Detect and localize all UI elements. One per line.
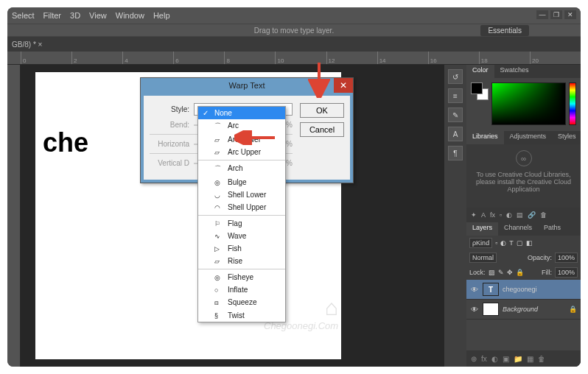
opacity-input[interactable]: 100%: [555, 253, 578, 263]
style-option-fish[interactable]: ▷Fish: [198, 242, 285, 255]
libraries-message: To use Creative Cloud Libraries, please …: [472, 171, 575, 193]
style-dropdown: None⌒Arc▱Arc Lower▱Arc Upper⌒Arch◎Bulge◡…: [197, 106, 286, 322]
style-option-fisheye[interactable]: ◎Fisheye: [198, 271, 285, 283]
collapsed-panels: ↺ ≡ ✎ A ¶: [444, 65, 466, 367]
document-tab[interactable]: GB/8) * ×: [12, 40, 42, 49]
style-option-arc[interactable]: ⌒Arc: [198, 119, 285, 133]
layers-tabs: Layers Channels Paths: [466, 222, 581, 236]
close-window-button[interactable]: ✕: [564, 10, 576, 19]
style-option-flag[interactable]: ⚐Flag: [198, 217, 285, 230]
style-option-bulge[interactable]: ◎Bulge: [198, 176, 285, 188]
color-field[interactable]: [491, 82, 566, 125]
style-option-wave[interactable]: ∿Wave: [198, 230, 285, 242]
right-panels: Color Swatches Libraries Adjustments Sty…: [466, 65, 581, 367]
app-window: Select Filter 3D View Window Help — ❐ ✕ …: [7, 7, 581, 367]
foreground-color[interactable]: [471, 82, 483, 94]
layer-row-text[interactable]: 👁 T chegoonegi: [466, 280, 581, 300]
tab-styles[interactable]: Styles: [552, 131, 581, 144]
dialog-titlebar[interactable]: Warp Text ✕: [141, 78, 353, 93]
tab-libraries[interactable]: Libraries: [466, 131, 504, 144]
style-option-shell-upper[interactable]: ◠Shell Upper: [198, 201, 285, 214]
layer-row-background[interactable]: 👁 Background 🔒: [466, 300, 581, 320]
tab-swatches[interactable]: Swatches: [494, 65, 535, 78]
bg-layer-thumb: [483, 303, 499, 316]
trash-icon[interactable]: 🗑: [540, 211, 547, 219]
tab-color[interactable]: Color: [466, 65, 494, 78]
libraries-panel: ∞ To use Creative Cloud Libraries, pleas…: [466, 144, 581, 208]
properties-icon[interactable]: ≡: [448, 88, 463, 103]
vertical-label: Vertical D: [150, 159, 189, 167]
creative-cloud-icon: ∞: [516, 150, 532, 166]
tab-layers[interactable]: Layers: [466, 222, 498, 236]
bend-label: Bend:: [150, 121, 189, 129]
layers-footer: ⊕fx◐▣📁▦🗑: [466, 350, 581, 367]
visibility-toggle[interactable]: 👁: [470, 285, 479, 294]
character-icon[interactable]: A: [448, 127, 463, 141]
filter-kind[interactable]: ρKind: [469, 238, 492, 248]
delete-layer-icon[interactable]: 🗑: [538, 355, 545, 363]
add-style-icon[interactable]: ✦: [471, 211, 477, 219]
maximize-button[interactable]: ❐: [550, 10, 562, 19]
style-option-twist[interactable]: §Twist: [198, 309, 285, 322]
close-icon[interactable]: ✕: [334, 78, 353, 93]
tab-adjustments[interactable]: Adjustments: [504, 131, 553, 144]
lock-icon: 🔒: [569, 306, 577, 313]
tab-channels[interactable]: Channels: [498, 222, 538, 236]
menu-select[interactable]: Select: [12, 11, 35, 20]
ok-button[interactable]: OK: [300, 103, 344, 118]
window-controls: — ❐ ✕: [536, 10, 576, 19]
paragraph-icon[interactable]: ¶: [448, 146, 463, 160]
menu-3d[interactable]: 3D: [70, 11, 80, 20]
minimize-button[interactable]: —: [536, 10, 548, 19]
menu-filter[interactable]: Filter: [43, 11, 61, 20]
menu-view[interactable]: View: [89, 11, 107, 20]
style-option-arch[interactable]: ⌒Arch: [198, 162, 285, 176]
text-layer[interactable]: che: [43, 127, 88, 158]
workspace-switcher[interactable]: Essentials: [480, 25, 529, 36]
style-option-squeeze[interactable]: ⧈Squeeze: [198, 296, 285, 309]
foreground-background-swatch[interactable]: [471, 82, 489, 100]
horizontal-label: Horizonta: [150, 140, 189, 148]
fill-input[interactable]: 100%: [555, 267, 578, 278]
style-option-none[interactable]: None: [198, 107, 285, 119]
style-option-arc-lower[interactable]: ▱Arc Lower: [198, 133, 285, 146]
history-icon[interactable]: ↺: [448, 69, 463, 84]
style-label: Style:: [150, 105, 189, 113]
layer-name[interactable]: chegoonegi: [503, 286, 537, 293]
style-option-rise[interactable]: ▱Rise: [198, 255, 285, 267]
hue-slider[interactable]: [569, 82, 576, 125]
brush-icon[interactable]: ✎: [448, 107, 463, 122]
blend-mode-select[interactable]: Normal: [469, 253, 497, 263]
layers-panel: ρKind ▫◐T▢◧ Normal Opacity: 100% Lock: ▨…: [466, 236, 581, 367]
style-option-inflate[interactable]: ○Inflate: [198, 283, 285, 296]
tab-paths[interactable]: Paths: [538, 222, 567, 236]
menubar: Select Filter 3D View Window Help — ❐ ✕: [7, 7, 581, 24]
menu-window[interactable]: Window: [116, 11, 144, 20]
libraries-tabs: Libraries Adjustments Styles: [466, 131, 581, 144]
menu-help[interactable]: Help: [153, 11, 170, 20]
color-panel-tabs: Color Swatches: [466, 65, 581, 78]
ruler-horizontal: 02468101214161820: [7, 52, 581, 65]
style-option-arc-upper[interactable]: ▱Arc Upper: [198, 146, 285, 158]
visibility-toggle[interactable]: 👁: [470, 305, 479, 314]
ruler-vertical: [7, 65, 21, 367]
cancel-button[interactable]: Cancel: [300, 122, 344, 137]
style-option-shell-lower[interactable]: ◡Shell Lower: [198, 188, 285, 201]
color-panel: [466, 78, 581, 131]
text-layer-thumb: T: [483, 283, 499, 296]
document-tab-bar: GB/8) * ×: [7, 37, 581, 52]
fx-row: ✦ Afx▫◐▤🔗🗑: [466, 208, 581, 222]
layer-name[interactable]: Background: [503, 306, 538, 313]
